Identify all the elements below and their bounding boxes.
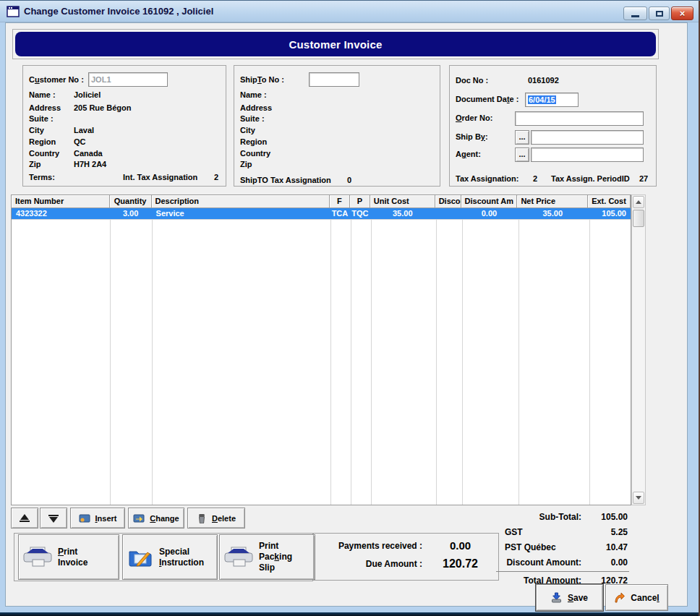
- due-amount-value: 120.72: [422, 557, 498, 570]
- close-icon: ×: [680, 8, 686, 19]
- client-area: Customer Invoice Customer No : JOL1 Name…: [5, 22, 688, 607]
- agent-label: Agent:: [456, 150, 481, 158]
- maximize-icon: [656, 11, 663, 17]
- cell-quantity: 3.00: [110, 208, 152, 219]
- table-vertical-scrollbar[interactable]: [631, 194, 646, 505]
- shipto-no-input[interactable]: [309, 72, 359, 87]
- customer-no-input[interactable]: JOL1: [88, 72, 168, 87]
- move-up-icon: [20, 514, 30, 523]
- cancel-button[interactable]: Cancel: [605, 584, 668, 611]
- cell-f: TCA: [330, 208, 350, 219]
- cell-description: Service: [152, 208, 330, 219]
- document-date-input[interactable]: 6/04/15: [525, 93, 579, 107]
- save-button[interactable]: Save: [536, 584, 603, 611]
- gst-label: GST: [496, 527, 584, 537]
- scroll-down-button[interactable]: [633, 492, 644, 504]
- column-header-p[interactable]: P: [350, 195, 370, 208]
- column-separator: [436, 208, 437, 505]
- column-header-unit-cost[interactable]: Unit Cost: [370, 195, 435, 208]
- doc-no-value: 0161092: [528, 76, 559, 85]
- column-header-net-price[interactable]: Net Price: [517, 195, 588, 208]
- move-row-down-button[interactable]: [40, 508, 67, 529]
- change-row-button[interactable]: Change: [128, 508, 184, 529]
- column-header-f[interactable]: F: [330, 195, 350, 208]
- insert-label: Insert: [95, 514, 117, 523]
- agent-browse-button[interactable]: ...: [515, 147, 529, 162]
- zip-value: H7H 2A4: [74, 160, 106, 168]
- window-title: Change Customer Invoice 161092 , Jolicie…: [24, 6, 213, 17]
- discount-amount-label: Discount Amount:: [496, 557, 584, 568]
- scrollbar-thumb[interactable]: [633, 210, 644, 227]
- column-header-ext-cost[interactable]: Ext. Cost: [588, 195, 631, 208]
- column-header-item-number[interactable]: Item Number: [12, 195, 110, 208]
- column-separator: [330, 208, 331, 505]
- print-packing-slip-button[interactable]: Print Packing Slip: [219, 534, 315, 580]
- column-separator: [351, 208, 351, 505]
- gst-value: 5.25: [584, 527, 629, 537]
- pst-quebec-value: 10.47: [584, 542, 629, 552]
- special-instruction-label: Special Instruction: [159, 547, 213, 568]
- shipto-city-label: City: [240, 126, 255, 134]
- customer-no-label: Customer No :: [29, 75, 84, 84]
- print-invoice-button[interactable]: Print Invoice: [18, 534, 119, 580]
- int-tax-assignation-value: 2: [214, 173, 218, 181]
- scroll-up-icon: [636, 200, 641, 204]
- cancel-icon: [614, 592, 625, 603]
- window-bottom-edge: [0, 612, 700, 616]
- special-instruction-button[interactable]: Special Instruction: [122, 534, 218, 580]
- titlebar[interactable]: Change Customer Invoice 161092 , Jolicie…: [0, 1, 700, 22]
- address-value: 205 Rue Bégon: [74, 103, 131, 112]
- delete-label: Delete: [212, 514, 236, 523]
- print-invoice-label: Print Invoice: [58, 547, 100, 568]
- tax-assignation-label: Tax Assignation:: [456, 174, 518, 183]
- scroll-up-button[interactable]: [633, 196, 644, 208]
- cell-item-number: 4323322: [12, 208, 110, 219]
- column-header-discount[interactable]: Discou: [435, 195, 461, 208]
- name-label: Name :: [29, 90, 56, 99]
- due-amount-label: Due Amount :: [314, 559, 422, 569]
- tax-period-value: 27: [639, 174, 648, 183]
- change-label: Change: [150, 514, 179, 523]
- column-header-quantity[interactable]: Quantity: [110, 195, 152, 208]
- payments-box: Payments received : 0.00 Due Amount : 12…: [313, 533, 499, 581]
- maximize-button[interactable]: [649, 7, 670, 20]
- line-items-table: Item Number Quantity Description F P Uni…: [11, 194, 631, 505]
- shipto-region-label: Region: [240, 137, 267, 146]
- tax-assignation-value: 2: [533, 174, 537, 183]
- table-row-selected[interactable]: 4323322 3.00 Service TCA TQC 35.00 0.00 …: [12, 208, 631, 220]
- cell-p: TQC: [350, 208, 370, 219]
- column-header-discount-amount[interactable]: Discount Am: [461, 195, 518, 208]
- minimize-button[interactable]: [623, 7, 647, 20]
- shipto-tax-assignation-value: 0: [347, 176, 351, 184]
- page-title: Customer Invoice: [289, 38, 382, 51]
- column-header-description[interactable]: Description: [152, 195, 330, 208]
- agent-input[interactable]: [531, 147, 644, 162]
- insert-icon: [79, 514, 90, 523]
- terms-label: Terms:: [29, 173, 55, 181]
- column-separator: [518, 208, 519, 505]
- order-no-label: Order No:: [456, 114, 492, 122]
- close-button[interactable]: ×: [671, 7, 693, 20]
- tax-period-label: Tax Assign. PeriodID: [551, 174, 630, 183]
- int-tax-assignation-label: Int. Tax Assignation: [123, 173, 197, 181]
- ship-by-label: Ship By:: [456, 132, 488, 141]
- ship-by-browse-button[interactable]: ...: [515, 130, 529, 145]
- column-separator: [371, 208, 372, 505]
- country-label: Country: [29, 149, 59, 158]
- order-no-input[interactable]: [515, 111, 644, 126]
- doc-no-label: Doc No :: [456, 76, 488, 85]
- shipto-tax-assignation-label: ShipTO Tax Assignation: [240, 176, 331, 184]
- ship-by-input[interactable]: [531, 130, 644, 145]
- totals-separator: [496, 571, 629, 572]
- column-separator: [152, 208, 153, 505]
- move-row-up-button[interactable]: [11, 508, 38, 529]
- shipto-panel: ShipTo No : Name : Address Suite : City …: [234, 65, 440, 187]
- save-icon: [551, 592, 562, 603]
- document-panel: Doc No : 0161092 Document Date : 6/04/15…: [449, 65, 657, 187]
- discount-amount-value: 0.00: [584, 557, 629, 568]
- zip-label: Zip: [29, 160, 41, 168]
- insert-row-button[interactable]: Insert: [70, 508, 125, 529]
- pst-quebec-label: PST Québec: [496, 542, 584, 552]
- document-date-label: Document Date :: [456, 95, 518, 103]
- delete-row-button[interactable]: Delete: [187, 508, 245, 529]
